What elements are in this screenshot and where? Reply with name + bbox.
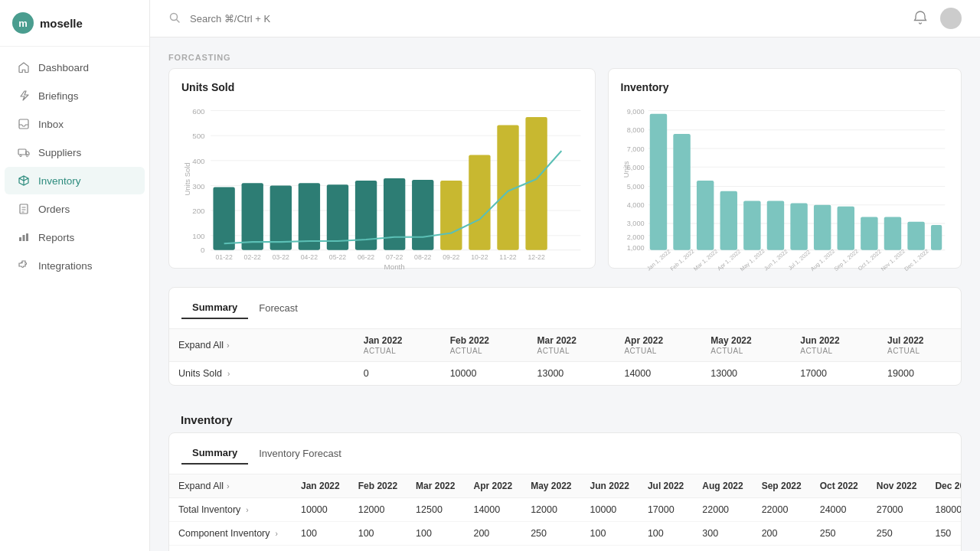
svg-text:2,000: 2,000 xyxy=(626,233,644,241)
svg-rect-6 xyxy=(23,235,25,241)
svg-rect-32 xyxy=(412,180,433,250)
inv-col-apr: Apr 2022 xyxy=(464,474,521,498)
sidebar-item-reports[interactable]: Reports xyxy=(5,223,145,251)
home-icon xyxy=(17,60,31,74)
col-mar-2022: Mar 2022 ACTUAL xyxy=(528,329,616,362)
svg-text:Apr 1, 2022: Apr 1, 2022 xyxy=(716,248,742,272)
svg-text:05-22: 05-22 xyxy=(329,253,347,261)
svg-text:May 1, 2022: May 1, 2022 xyxy=(738,247,766,272)
inventory-svg: 9,000 8,000 7,000 6,000 5,000 4,000 3,00… xyxy=(621,103,949,256)
logo-icon: m xyxy=(12,12,34,34)
svg-rect-75 xyxy=(790,204,807,250)
inv-col-oct: Oct 2022 xyxy=(811,474,867,498)
svg-line-9 xyxy=(177,19,180,22)
table-row-component-inventory: Component Inventory › 100 100 100 200 25… xyxy=(169,522,961,546)
svg-rect-73 xyxy=(743,201,760,249)
svg-rect-0 xyxy=(19,119,28,129)
sidebar-item-integrations[interactable]: Integrations xyxy=(5,252,145,279)
component-inv-expand[interactable]: › xyxy=(276,530,278,538)
lightning-icon xyxy=(17,89,31,103)
search-input[interactable] xyxy=(190,13,903,24)
svg-rect-31 xyxy=(384,178,405,250)
svg-rect-33 xyxy=(440,181,462,250)
sidebar-item-suppliers[interactable]: Suppliers xyxy=(5,139,145,166)
svg-rect-78 xyxy=(861,217,877,249)
tab-inventory-forecast[interactable]: Inventory Forecast xyxy=(248,443,352,464)
svg-rect-26 xyxy=(242,183,263,249)
svg-rect-69 xyxy=(649,114,666,250)
svg-text:Jun 1, 2022: Jun 1, 2022 xyxy=(763,248,789,272)
inv-col-jul: Jul 2022 xyxy=(639,474,693,498)
svg-text:06-22: 06-22 xyxy=(358,253,375,261)
svg-rect-28 xyxy=(299,183,320,249)
units-sold-expand-arrow[interactable]: › xyxy=(227,370,230,378)
svg-rect-34 xyxy=(469,155,490,249)
svg-text:Month: Month xyxy=(384,262,405,271)
units-sold-chart-area: 600 500 400 300 200 100 0 Units Sold xyxy=(181,103,583,256)
tab-summary[interactable]: Summary xyxy=(181,297,248,319)
inventory-tabs: Summary Inventory Forecast xyxy=(169,433,961,474)
svg-text:10-22: 10-22 xyxy=(471,253,488,261)
inv-expand-all-arrow[interactable]: › xyxy=(227,481,230,491)
svg-text:Units Sold: Units Sold xyxy=(183,162,191,195)
inv-col-aug: Aug 2022 xyxy=(693,474,752,498)
table-row-units-sold: Units Sold › 0 10000 13000 14000 13000 1… xyxy=(169,362,961,386)
svg-point-3 xyxy=(26,155,28,156)
total-inv-expand[interactable]: › xyxy=(246,506,248,514)
sidebar-item-inventory[interactable]: Inventory xyxy=(5,167,145,194)
col-jul-2022: Jul 2022 ACTUAL xyxy=(878,329,961,362)
inv-expand-all-label[interactable]: Expand All xyxy=(178,481,224,491)
sidebar-item-dashboard[interactable]: Dashboard xyxy=(5,54,145,81)
sidebar-item-briefings[interactable]: Briefings xyxy=(5,82,145,109)
orders-icon xyxy=(17,202,31,216)
sidebar-item-inbox[interactable]: Inbox xyxy=(5,110,145,138)
inventory-section: Inventory Summary Inventory Forecast Exp… xyxy=(168,401,962,551)
sidebar-item-orders[interactable]: Orders xyxy=(5,195,145,223)
box-icon xyxy=(17,174,31,187)
charts-row: Units Sold 600 500 400 300 200 100 0 Uni… xyxy=(168,68,962,269)
svg-text:9,000: 9,000 xyxy=(626,108,644,116)
inv-col-jun: Jun 2022 xyxy=(581,474,639,498)
svg-text:Jan 1, 2022: Jan 1, 2022 xyxy=(645,248,671,272)
inv-col-expand: Expand All › xyxy=(169,474,292,498)
bell-icon[interactable] xyxy=(913,10,928,28)
summary-table: Expand All › Jan 2022 ACTUAL Feb 2022 AC… xyxy=(169,329,961,385)
svg-rect-71 xyxy=(697,181,714,250)
tab-inventory-summary[interactable]: Summary xyxy=(181,442,248,465)
svg-text:4,000: 4,000 xyxy=(626,201,644,209)
cell-units-may: 13000 xyxy=(701,362,791,386)
svg-rect-74 xyxy=(766,201,783,249)
avatar[interactable] xyxy=(940,8,962,29)
cell-units-jun: 17000 xyxy=(791,362,878,386)
svg-text:03-22: 03-22 xyxy=(273,253,290,261)
svg-text:Units: Units xyxy=(622,161,630,178)
truck-icon xyxy=(17,145,31,159)
expand-all-label[interactable]: Expand All xyxy=(178,340,224,350)
tab-forecast[interactable]: Forecast xyxy=(248,298,309,318)
svg-text:Mar 1, 2022: Mar 1, 2022 xyxy=(692,248,719,272)
topbar xyxy=(150,0,980,37)
col-expand-all: Expand All › xyxy=(169,329,354,362)
inventory-section-title: Inventory xyxy=(168,401,962,432)
sidebar-label-inventory: Inventory xyxy=(38,175,81,187)
svg-text:Aug 1, 2022: Aug 1, 2022 xyxy=(809,247,836,272)
inv-col-jan: Jan 2022 xyxy=(292,474,349,498)
svg-rect-70 xyxy=(673,134,690,250)
svg-text:Oct 1, 2022: Oct 1, 2022 xyxy=(856,248,882,272)
main-content: FORCASTING Units Sold 600 500 400 300 20… xyxy=(150,0,980,551)
expand-all-arrow[interactable]: › xyxy=(227,341,230,350)
inv-col-nov: Nov 2022 xyxy=(867,474,926,498)
svg-text:Dec 1, 2022: Dec 1, 2022 xyxy=(903,247,929,272)
sidebar-label-orders: Orders xyxy=(38,204,70,215)
inv-col-may: May 2022 xyxy=(521,474,580,498)
sidebar-label-reports: Reports xyxy=(38,232,74,243)
inventory-table-section: Summary Inventory Forecast Expand All › xyxy=(168,432,962,551)
svg-rect-27 xyxy=(270,185,292,249)
inventory-table-container: Expand All › Jan 2022 Feb 2022 Mar 2022 … xyxy=(169,474,961,551)
svg-text:Nov 1, 2022: Nov 1, 2022 xyxy=(879,247,906,272)
cell-units-apr: 14000 xyxy=(615,362,701,386)
inventory-chart-area: 9,000 8,000 7,000 6,000 5,000 4,000 3,00… xyxy=(621,103,949,256)
svg-text:0: 0 xyxy=(201,246,204,254)
table-row-total-inventory: Total Inventory › 10000 12000 12500 1400… xyxy=(169,498,961,522)
col-jan-2022: Jan 2022 ACTUAL xyxy=(354,329,441,362)
